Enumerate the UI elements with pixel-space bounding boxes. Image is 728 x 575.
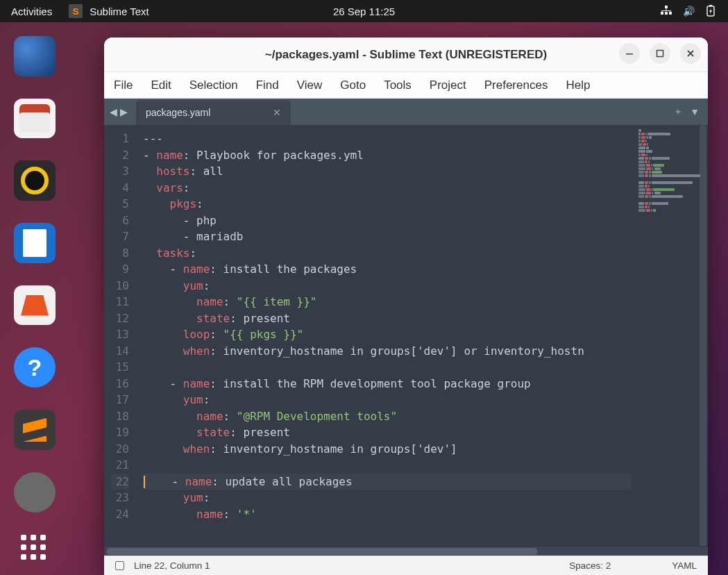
line-number[interactable]: 2 xyxy=(111,147,129,164)
line-number[interactable]: 14 xyxy=(111,343,129,360)
minimap-blob xyxy=(646,150,652,153)
line-number[interactable]: 5 xyxy=(111,196,129,212)
minimap[interactable] xyxy=(632,125,708,546)
dock-ubuntu-software-icon[interactable] xyxy=(14,285,56,326)
dock-rhythmbox-icon[interactable] xyxy=(14,160,56,201)
app-indicator[interactable]: S Sublime Text xyxy=(69,4,149,18)
line-number[interactable]: 16 xyxy=(111,376,129,392)
code-line[interactable] xyxy=(143,457,632,474)
line-number[interactable]: 20 xyxy=(111,441,129,458)
vertical-scrollbar-thumb[interactable] xyxy=(700,125,706,546)
editor-area: 123456789101112131415161718192021222324 … xyxy=(104,125,708,546)
minimap-blob xyxy=(641,136,646,139)
dock-disk-icon[interactable] xyxy=(14,472,56,512)
line-number[interactable]: 1 xyxy=(111,131,129,147)
window-titlebar[interactable]: ~/packages.yaml - Sublime Text (UNREGIST… xyxy=(104,38,708,72)
volume-icon[interactable]: 🔊 xyxy=(683,6,695,17)
code-line[interactable]: - name: install the RPM development tool… xyxy=(143,376,632,392)
line-number[interactable]: 3 xyxy=(111,163,129,180)
window-close-button[interactable] xyxy=(680,43,701,64)
status-cursor-position[interactable]: Line 22, Column 1 xyxy=(134,560,210,571)
code-line[interactable]: when: inventory_hostname in groups['dev'… xyxy=(143,343,632,360)
dock-thunderbird-icon[interactable] xyxy=(14,36,56,76)
clock[interactable]: 26 Sep 11:25 xyxy=(333,6,395,17)
line-number[interactable]: 22 xyxy=(111,474,129,490)
line-number[interactable]: 24 xyxy=(111,506,129,523)
menu-find[interactable]: Find xyxy=(256,78,279,92)
line-number-gutter[interactable]: 123456789101112131415161718192021222324 xyxy=(104,125,139,546)
line-number[interactable]: 19 xyxy=(111,424,129,441)
file-tab[interactable]: packages.yaml ✕ xyxy=(136,100,291,125)
dock-sublime-icon[interactable] xyxy=(14,410,56,450)
menu-view[interactable]: View xyxy=(297,78,323,92)
menu-selection[interactable]: Selection xyxy=(189,78,238,92)
status-syntax[interactable]: YAML xyxy=(672,560,697,571)
code-line[interactable]: when: inventory_hostname in groups['dev'… xyxy=(143,441,632,458)
code-line[interactable]: name: "{{ item }}" xyxy=(143,294,632,310)
status-indentation[interactable]: Spaces: 2 xyxy=(569,560,611,571)
code-line[interactable]: tasks: xyxy=(143,245,632,262)
window-maximize-button[interactable] xyxy=(650,43,670,64)
tab-scroll-right-icon[interactable]: ▶ xyxy=(120,106,128,117)
line-number[interactable]: 21 xyxy=(111,457,129,474)
code-line[interactable]: hosts: all xyxy=(143,163,632,180)
menu-preferences[interactable]: Preferences xyxy=(484,78,548,92)
minimap-blob xyxy=(638,164,645,167)
tab-scroll-left-icon[interactable]: ◀ xyxy=(110,106,117,117)
minimap-blob xyxy=(645,160,647,163)
line-number[interactable]: 13 xyxy=(111,326,129,343)
menu-project[interactable]: Project xyxy=(430,78,466,92)
dock-show-apps-icon[interactable] xyxy=(21,535,49,561)
code-line[interactable]: - name: install the packages xyxy=(143,261,632,278)
code-line[interactable]: name: '*' xyxy=(143,506,632,523)
code-line[interactable]: state: present xyxy=(143,424,632,441)
window-minimize-button[interactable] xyxy=(619,43,640,64)
minimap-blob xyxy=(653,188,675,191)
menu-help[interactable]: Help xyxy=(566,78,590,92)
code-line[interactable]: - php xyxy=(143,212,632,229)
menu-tools[interactable]: Tools xyxy=(384,78,412,92)
line-number[interactable]: 11 xyxy=(111,294,129,310)
dock-help-icon[interactable]: ? xyxy=(14,347,56,388)
code-line[interactable]: yum: xyxy=(143,392,632,408)
line-number[interactable]: 10 xyxy=(111,278,129,294)
dock-files-icon[interactable] xyxy=(14,99,56,139)
line-number[interactable]: 23 xyxy=(111,490,129,506)
line-number[interactable]: 15 xyxy=(111,359,129,376)
menu-file[interactable]: File xyxy=(114,78,133,92)
line-number[interactable]: 12 xyxy=(111,310,129,327)
horizontal-scrollbar[interactable] xyxy=(104,546,708,556)
code-line[interactable] xyxy=(143,359,632,376)
activities-button[interactable]: Activities xyxy=(11,6,52,17)
code-line[interactable]: yum: xyxy=(143,490,632,506)
status-panel-toggle-icon[interactable] xyxy=(115,561,124,570)
battery-icon[interactable] xyxy=(706,4,716,19)
code-line[interactable]: - mariadb xyxy=(143,228,632,245)
line-number[interactable]: 7 xyxy=(111,228,129,245)
code-line[interactable]: name: "@RPM Development tools" xyxy=(143,408,632,425)
network-icon[interactable] xyxy=(661,6,672,17)
code-line[interactable]: pkgs: xyxy=(143,196,632,212)
dock-libreoffice-writer-icon[interactable] xyxy=(14,223,56,263)
new-tab-icon[interactable]: ＋ xyxy=(673,106,683,118)
code-line[interactable]: - name: update all packages xyxy=(143,474,632,490)
line-number[interactable]: 17 xyxy=(111,392,129,408)
menu-edit[interactable]: Edit xyxy=(151,78,171,92)
line-number[interactable]: 4 xyxy=(111,180,129,197)
code-line[interactable]: - name: Playbook for packages.yml xyxy=(143,147,632,164)
code-line[interactable]: yum: xyxy=(143,278,632,294)
line-number[interactable]: 8 xyxy=(111,245,129,262)
horizontal-scrollbar-thumb[interactable] xyxy=(107,548,537,555)
minimap-blob xyxy=(638,160,644,163)
code-line[interactable]: state: present xyxy=(143,310,632,327)
menu-goto[interactable]: Goto xyxy=(340,78,366,92)
line-number[interactable]: 18 xyxy=(111,408,129,425)
tab-dropdown-icon[interactable]: ▼ xyxy=(690,106,700,117)
code-line[interactable]: loop: "{{ pkgs }}" xyxy=(143,326,632,343)
line-number[interactable]: 6 xyxy=(111,212,129,229)
code-line[interactable]: vars: xyxy=(143,180,632,197)
tab-close-icon[interactable]: ✕ xyxy=(273,107,281,118)
code-line[interactable]: --- xyxy=(143,131,632,147)
line-number[interactable]: 9 xyxy=(111,261,129,278)
code-editor[interactable]: ---- name: Playbook for packages.yml hos… xyxy=(139,125,632,546)
